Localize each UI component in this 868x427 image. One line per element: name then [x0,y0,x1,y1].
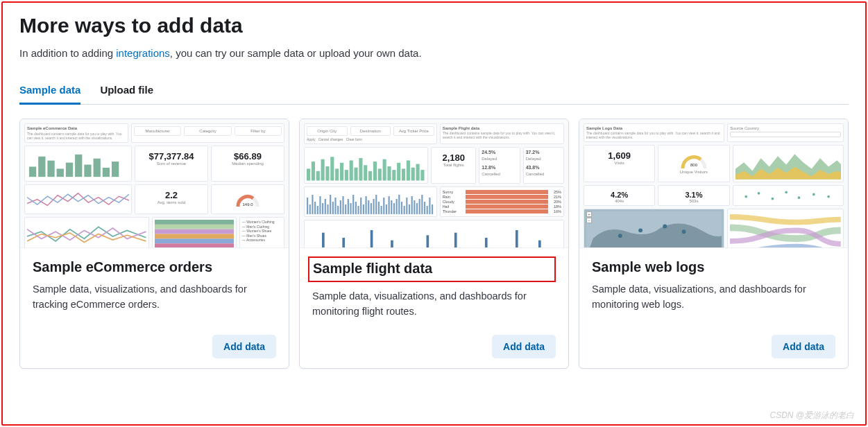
svg-rect-15 [155,239,234,244]
svg-rect-95 [371,230,373,248]
svg-rect-9 [112,162,119,177]
svg-rect-43 [309,204,311,214]
svg-rect-33 [383,159,386,181]
area-chart-icon [735,148,841,180]
card-flights: Origin City Destination Avg Ticket Price… [299,119,569,369]
bar-chart-icon [27,148,129,179]
card-desc-weblogs: Sample data, visualizations, and dashboa… [592,282,835,320]
svg-rect-97 [426,235,429,248]
svg-rect-67 [371,203,372,214]
preview-flights: Origin City Destination Avg Ticket Price… [300,119,568,248]
svg-text:800: 800 [690,163,698,167]
svg-rect-86 [419,199,420,214]
svg-rect-5 [75,155,82,177]
svg-rect-59 [350,203,351,214]
svg-rect-51 [330,195,331,214]
svg-rect-80 [404,206,405,214]
svg-rect-49 [325,199,326,214]
intro-prefix: In addition to adding [19,47,116,59]
svg-rect-93 [322,232,325,248]
preview-header: Sample Logs Data [586,126,722,130]
card-grid: Sample eCommerce DataThe dashboard conta… [19,119,849,369]
svg-rect-35 [392,170,395,180]
svg-rect-57 [345,204,346,214]
svg-rect-29 [364,165,367,180]
svg-rect-14 [155,234,234,239]
svg-rect-53 [334,198,336,214]
svg-rect-90 [429,198,430,214]
tabs: Sample data Upload file [19,77,849,105]
svg-rect-12 [155,225,234,229]
intro-suffix: , you can try our sample data or upload … [170,47,422,59]
integrations-link[interactable]: integrations [116,47,170,59]
svg-rect-37 [402,168,405,180]
svg-rect-45 [314,202,316,214]
svg-rect-71 [381,206,382,214]
stat-visits: 1,609 [586,150,652,161]
svg-point-111 [827,195,830,198]
svg-rect-16 [155,244,234,248]
svg-rect-79 [401,202,402,214]
svg-rect-41 [420,170,424,180]
svg-rect-60 [352,195,354,214]
svg-rect-39 [411,168,415,181]
page-title: More ways to add data [19,14,849,37]
svg-rect-61 [355,202,357,214]
svg-point-106 [757,192,760,195]
stat-median: $66.89 [214,151,282,162]
svg-rect-22 [330,157,334,180]
svg-rect-69 [375,195,377,214]
svg-rect-31 [373,162,377,180]
add-data-button-ecommerce[interactable]: Add data [212,335,276,358]
scatter-icon [735,188,841,203]
add-data-button-weblogs[interactable]: Add data [772,335,835,358]
svg-rect-8 [103,168,110,177]
preview-header: Sample Flight data [443,126,561,130]
multiline-chart-icon [27,220,146,248]
svg-rect-24 [340,163,343,181]
sankey-icon [730,211,841,248]
preview-header: Sample eCommerce Data [27,126,126,130]
svg-rect-50 [327,204,328,214]
weather-bars: Sunny25% Rain21% Cloudy20% Hail18% Thund… [440,186,564,217]
card-title-ecommerce: Sample eCommerce orders [33,259,276,275]
svg-rect-78 [398,195,400,214]
svg-rect-20 [321,159,325,181]
svg-rect-88 [424,202,425,214]
tab-sample-data[interactable]: Sample data [19,77,80,104]
svg-point-116 [682,229,686,234]
line-chart-icon [27,187,129,211]
svg-rect-28 [359,158,362,181]
svg-rect-27 [354,168,357,181]
svg-rect-101 [538,240,541,248]
svg-rect-75 [391,200,392,214]
svg-rect-65 [365,196,366,214]
intro-text: In addition to adding integrations, you … [19,47,849,59]
svg-rect-42 [307,198,308,214]
svg-rect-68 [373,199,374,214]
svg-rect-0 [29,166,36,177]
svg-rect-11 [155,220,234,225]
tab-upload-file[interactable]: Upload file [100,77,153,104]
svg-rect-64 [363,204,364,214]
svg-rect-98 [454,232,457,248]
svg-rect-56 [342,196,343,214]
add-data-button-flights[interactable]: Add data [492,335,556,358]
svg-rect-18 [312,162,315,180]
stat-flights: 2,180 [434,152,473,163]
svg-rect-83 [411,196,413,214]
svg-text:149.0: 149.0 [242,202,253,207]
svg-rect-73 [386,204,387,214]
gauge-icon: 800 [680,153,708,170]
svg-rect-66 [368,200,369,214]
svg-point-107 [771,198,774,200]
svg-rect-81 [406,198,407,214]
svg-rect-87 [421,195,423,214]
svg-rect-100 [516,230,518,248]
svg-point-105 [744,195,747,198]
svg-rect-30 [368,171,372,181]
svg-point-110 [812,193,815,195]
stat-revenue: $77,377.84 [137,151,205,162]
svg-rect-85 [416,203,418,214]
svg-rect-89 [427,206,428,214]
